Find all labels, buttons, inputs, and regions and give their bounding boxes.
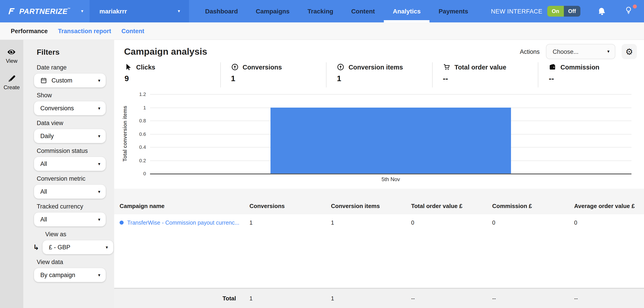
eye-icon: [7, 48, 16, 57]
col-header-conversions[interactable]: Conversions: [244, 203, 326, 209]
chevron-down-icon: ▾: [81, 9, 83, 14]
nav-item-payments[interactable]: Payments: [430, 0, 477, 23]
filter-group-date-range: Date rangeCustom▾: [34, 64, 114, 87]
filter-label: Data view: [37, 120, 114, 126]
actions-bar: Actions Choose... ▾ ⚙: [520, 44, 637, 59]
topbar: PARTNERIZE™ ▾ mariakrrr ▾ DashboardCampa…: [0, 0, 644, 23]
calendar-icon: [40, 77, 47, 84]
campaign-cell: TransferWise - Commission payout currenc…: [114, 219, 244, 226]
bar-5th-nov[interactable]: [270, 107, 511, 173]
campaign-dot: [120, 221, 124, 225]
filter-group-data-view: Data viewDaily▾: [34, 120, 114, 143]
filter-group-view-data: View dataBy campaign▾: [34, 259, 114, 282]
y-tick-label: 1.2: [139, 92, 146, 97]
cell: 1: [244, 219, 326, 226]
filters-heading: Filters: [37, 48, 114, 57]
metric-label: Commission: [560, 64, 600, 71]
date-range-select[interactable]: Custom▾: [34, 74, 106, 87]
brand-menu[interactable]: PARTNERIZE™ ▾: [0, 0, 90, 23]
col-header-total-order-value[interactable]: Total order value £: [406, 203, 487, 209]
toggle-off-button[interactable]: Off: [564, 6, 580, 17]
actions-select-value: Choose...: [553, 48, 578, 55]
filter-label: Conversion metric: [37, 175, 114, 182]
data-view-select[interactable]: Daily▾: [34, 129, 106, 143]
chevron-down-icon: ▾: [98, 273, 100, 277]
y-axis-title: Total conversion items: [122, 106, 128, 162]
filter-group-conversion-metric: Conversion metricAll▾: [34, 175, 114, 199]
y-tick-label: 0.8: [139, 118, 146, 123]
chevron-down-icon: ▾: [98, 162, 100, 166]
subnav-item-transaction-report[interactable]: Transaction report: [58, 28, 111, 34]
conversion-metric-select[interactable]: All▾: [34, 185, 106, 199]
commission-status-select[interactable]: All▾: [34, 157, 106, 171]
col-header-average-order-value[interactable]: Average order value £: [569, 203, 644, 209]
subnav-item-performance[interactable]: Performance: [11, 28, 48, 34]
col-header-commission[interactable]: Commission £: [487, 203, 569, 209]
chevron-down-icon: ▾: [106, 245, 108, 249]
rail-item-view[interactable]: View: [6, 48, 18, 64]
account-selector[interactable]: mariakrrr ▾: [90, 0, 189, 23]
campaign-link[interactable]: TransferWise - Commission payout currenc…: [127, 219, 239, 226]
chevron-down-icon: ▾: [98, 78, 100, 83]
total-cell: --: [569, 295, 644, 301]
nav-item-content[interactable]: Content: [342, 0, 384, 23]
secondary-nav: PerformanceTransaction reportContent: [0, 23, 644, 40]
nav-item-tracking[interactable]: Tracking: [298, 0, 342, 23]
toggle-on-button[interactable]: On: [547, 6, 564, 17]
metric-label: Conversion items: [348, 64, 403, 71]
primary-nav: DashboardCampaignsTrackingContentAnalyti…: [196, 0, 477, 23]
metric-value: 9: [124, 74, 220, 83]
view-as-select[interactable]: £ - GBP▾: [42, 240, 113, 254]
conversion-circle-icon: [337, 63, 344, 71]
y-tick-label: 0.2: [139, 158, 146, 163]
new-interface-label: NEW INTERFACE: [491, 8, 542, 15]
chevron-down-icon: ▾: [607, 49, 610, 54]
filters-panel: Filters Date rangeCustom▾ShowConversions…: [23, 40, 114, 308]
filter-label: View as: [45, 231, 114, 238]
total-cell: --: [406, 295, 487, 301]
metric-label: Conversions: [242, 64, 282, 71]
nav-item-analytics[interactable]: Analytics: [384, 0, 430, 23]
view-data-select[interactable]: By campaign▾: [34, 268, 106, 282]
table-header: Campaign nameConversionsConversion items…: [114, 189, 644, 214]
metric-value: --: [549, 74, 644, 83]
table-total-row: Total11------: [114, 288, 644, 308]
subnav-item-content[interactable]: Content: [121, 28, 144, 34]
account-name: mariakrrr: [100, 8, 127, 15]
chevron-down-icon: ▾: [98, 106, 100, 111]
help-bulb-button[interactable]: [625, 6, 632, 17]
actions-select[interactable]: Choose... ▾: [546, 44, 615, 59]
nav-item-dashboard[interactable]: Dashboard: [196, 0, 247, 23]
total-cell: 1: [244, 295, 326, 301]
rail-item-create[interactable]: Create: [4, 74, 20, 91]
gear-icon: ⚙: [626, 46, 633, 57]
selected-value: £ - GBP: [49, 244, 70, 251]
metric-clicks: Clicks9: [114, 62, 220, 87]
chart-plot: 00.20.40.60.811.25th Nov: [150, 94, 632, 173]
tracked-currency-select[interactable]: All▾: [34, 212, 106, 226]
show-select[interactable]: Conversions▾: [34, 101, 106, 115]
notifications-bell-icon[interactable]: [597, 7, 606, 16]
selected-value: Custom: [52, 77, 72, 84]
nav-item-campaigns[interactable]: Campaigns: [247, 0, 298, 23]
filter-label: Date range: [37, 64, 114, 71]
settings-button[interactable]: ⚙: [622, 44, 637, 59]
filter-label: Tracked currency: [37, 203, 114, 210]
col-header-campaign-name[interactable]: Campaign name: [114, 203, 244, 209]
chevron-down-icon: ▾: [98, 189, 100, 194]
pencil-icon: [7, 74, 16, 83]
cell: 0: [487, 219, 569, 226]
metric-value: 1: [231, 74, 326, 83]
rail-create-label: Create: [4, 84, 20, 91]
new-interface-toggle[interactable]: On Off: [547, 6, 580, 17]
total-cell: 1: [326, 295, 406, 301]
metric-commission: Commission--: [538, 62, 644, 87]
y-tick-label: 0.4: [139, 144, 146, 150]
col-header-conversion-items[interactable]: Conversion items: [326, 203, 406, 209]
filter-group-show: ShowConversions▾: [34, 92, 114, 115]
chevron-down-icon: ▾: [98, 217, 100, 222]
total-label: Total: [114, 295, 244, 302]
chevron-down-icon: ▾: [98, 134, 100, 138]
table-row: TransferWise - Commission payout currenc…: [114, 214, 644, 231]
y-tick-label: 0: [143, 171, 146, 176]
